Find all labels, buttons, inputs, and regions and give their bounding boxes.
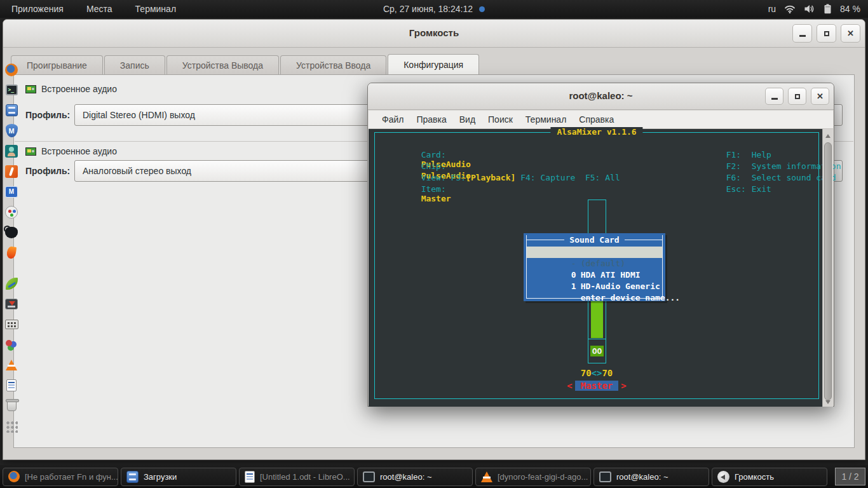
tab-input-devices[interactable]: Устройства Ввода xyxy=(280,55,386,74)
terminal-content[interactable]: AlsaMixer v1.1.6 Card: PulseAudio Chip: … xyxy=(369,129,824,407)
midori-icon[interactable]: M xyxy=(4,123,19,138)
dialog-item-default[interactable]: -(default) xyxy=(527,247,662,258)
menu-applications[interactable]: Приложения xyxy=(0,0,75,18)
terminal-icon xyxy=(363,471,375,482)
blue-window-app-icon[interactable]: M xyxy=(4,184,19,199)
file-manager-icon[interactable] xyxy=(4,103,19,118)
terminal-titlebar[interactable]: root@kaleo: ~ ✕ xyxy=(368,83,834,110)
color-profiles-icon[interactable] xyxy=(4,337,19,352)
close-button[interactable]: ✕ xyxy=(811,88,829,105)
menu-terminal[interactable]: Терминал xyxy=(124,0,187,18)
soundcard-icon xyxy=(25,147,36,156)
scroll-down-arrow[interactable] xyxy=(825,400,831,404)
view-rest: F4: Capture F5: All xyxy=(515,173,620,182)
dialog-item-hd-audio-generic[interactable]: 1HD-Audio Generic xyxy=(527,269,662,281)
volume-window-titlebar[interactable]: Громкость ✕ xyxy=(3,20,865,48)
dialog-item-hda-ati-hdmi[interactable]: 0HDA ATI HDMI xyxy=(527,258,662,269)
terminal-title: root@kaleo: ~ xyxy=(368,90,834,101)
clock[interactable]: Ср, 27 июня, 18:24:12 xyxy=(383,4,473,14)
item-value: Master xyxy=(421,194,451,203)
window-title: Громкость xyxy=(3,27,865,38)
tab-configuration[interactable]: Конфигурация xyxy=(388,54,479,74)
device-header: Встроенное аудио xyxy=(25,84,117,94)
mute-state: OO xyxy=(590,346,604,356)
minimize-button[interactable] xyxy=(765,88,783,105)
device-header: Встроенное аудио xyxy=(25,146,117,156)
view-mode: [Playback] xyxy=(466,173,515,182)
soundcard-icon xyxy=(25,85,36,93)
vlc-icon xyxy=(481,471,492,482)
dock: >_ M M xyxy=(2,62,21,439)
terminal-window: root@kaleo: ~ ✕ Файл Правка Вид Поиск Те… xyxy=(367,83,834,407)
tab-output-devices[interactable]: Устройства Вывода xyxy=(166,55,279,74)
taskbar: [Не работает Fn и фун... Загрузки [Untit… xyxy=(0,465,868,488)
terminal-scrollbar[interactable] xyxy=(822,129,833,407)
downloads-icon[interactable] xyxy=(4,297,19,311)
taskbar-firefox[interactable]: [Не работает Fn и фун... xyxy=(3,468,118,486)
notification-dot xyxy=(479,6,485,12)
selected-control: <Master> xyxy=(533,381,660,391)
taskbar-volume[interactable]: Громкость xyxy=(712,468,827,486)
libreoffice-writer-icon[interactable] xyxy=(4,378,19,393)
volume-icon xyxy=(717,471,729,483)
terminal-icon[interactable]: >_ xyxy=(4,83,19,97)
taskbar-downloads[interactable]: Загрузки xyxy=(121,468,236,486)
terminal-menubar: Файл Правка Вид Поиск Терминал Справка xyxy=(369,111,833,129)
maximize-button[interactable] xyxy=(817,24,836,43)
taskbar-terminal-1[interactable]: root@kaleo: ~ xyxy=(357,468,473,486)
menu-places[interactable]: Места xyxy=(75,0,124,18)
menu-view[interactable]: Вид xyxy=(454,112,481,126)
volume-icon[interactable] xyxy=(804,4,815,13)
battery-percentage: 84 % xyxy=(840,4,860,14)
dialog-item-enter-device-name[interactable]: enter device name... xyxy=(527,281,662,292)
terminal-icon xyxy=(599,471,611,482)
maximize-button[interactable] xyxy=(788,88,806,105)
menu-terminal[interactable]: Терминал xyxy=(520,112,572,126)
libreoffice-writer-icon xyxy=(245,471,255,483)
profile-label: Профиль: xyxy=(25,160,70,182)
gnu-icon[interactable] xyxy=(4,225,19,240)
package-manager-icon[interactable] xyxy=(4,205,19,219)
minimize-button[interactable] xyxy=(792,24,812,43)
phoenix-app-icon[interactable] xyxy=(4,164,19,179)
taskbar-terminal-2[interactable]: root@kaleo: ~ xyxy=(593,468,709,486)
tab-strip: Проигрывание Запись Устройства Вывода Ус… xyxy=(11,55,480,74)
firefox-icon xyxy=(8,471,20,482)
dialog-title: Sound Card xyxy=(526,235,663,244)
scroll-up-arrow[interactable] xyxy=(825,134,831,138)
close-button[interactable]: ✕ xyxy=(841,24,860,43)
trash-icon[interactable] xyxy=(4,398,19,413)
battery-icon[interactable] xyxy=(824,4,832,14)
top-panel: Приложения Места Терминал Ср, 27 июня, 1… xyxy=(0,0,868,18)
tab-recording[interactable]: Запись xyxy=(104,55,165,74)
sound-card-dialog: Sound Card -(default) 0HDA ATI HDMI 1HD-… xyxy=(524,233,665,301)
app-grid-icon[interactable] xyxy=(4,419,19,433)
leafpad-icon[interactable] xyxy=(4,276,19,291)
scrollbar-thumb[interactable] xyxy=(824,142,832,400)
wifi-icon[interactable] xyxy=(784,4,796,13)
volume-values: 70<>70 xyxy=(533,368,660,378)
firefox-icon[interactable] xyxy=(4,62,19,77)
mute-indicator-box: OO xyxy=(588,339,606,363)
vlc-icon[interactable] xyxy=(4,358,19,372)
taskbar-libreoffice[interactable]: [Untitled 1.odt - LibreO... xyxy=(239,468,355,486)
keyboard-settings-icon[interactable] xyxy=(4,317,19,332)
profile-label: Профиль: xyxy=(25,104,70,126)
menu-search[interactable]: Поиск xyxy=(482,112,519,126)
item-label: Item: xyxy=(421,184,446,194)
menu-help[interactable]: Справка xyxy=(573,112,620,126)
keyboard-layout-indicator[interactable]: ru xyxy=(768,4,776,14)
tab-playback[interactable]: Проигрывание xyxy=(11,55,103,74)
taskbar-vlc[interactable]: [dynoro-feat-gigi-d-ago... xyxy=(475,468,591,486)
workspace-switcher[interactable]: 1 / 2 xyxy=(835,468,865,485)
avatar-app-icon[interactable] xyxy=(4,144,19,158)
alsamixer-title: AlsaMixer v1.1.6 xyxy=(550,127,642,137)
flame-app-icon[interactable] xyxy=(4,245,19,260)
menu-edit[interactable]: Правка xyxy=(410,112,452,126)
menu-file[interactable]: Файл xyxy=(376,112,409,126)
file-manager-icon xyxy=(126,471,139,483)
help-esc: Esc:Exit xyxy=(686,175,771,203)
